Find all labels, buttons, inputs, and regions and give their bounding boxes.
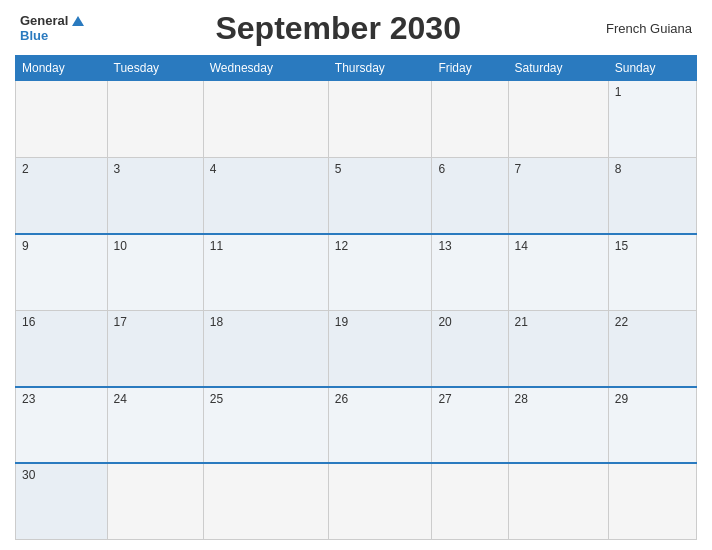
day-number: 22 [615, 315, 628, 329]
calendar-row: 1 [16, 81, 697, 158]
calendar-cell [432, 463, 508, 540]
calendar-cell [328, 81, 432, 158]
calendar-cell [328, 463, 432, 540]
calendar-cell [107, 81, 203, 158]
calendar-table: MondayTuesdayWednesdayThursdayFridaySatu… [15, 55, 697, 540]
day-number: 28 [515, 392, 528, 406]
calendar-cell: 10 [107, 234, 203, 311]
day-number: 1 [615, 85, 622, 99]
calendar-cell: 25 [203, 387, 328, 464]
calendar-cell: 8 [608, 157, 696, 234]
day-number: 21 [515, 315, 528, 329]
logo-triangle-icon [72, 16, 84, 26]
region-label: French Guiana [592, 21, 692, 36]
day-number: 10 [114, 239, 127, 253]
calendar-cell: 2 [16, 157, 108, 234]
logo-blue-text: Blue [20, 29, 48, 43]
day-number: 7 [515, 162, 522, 176]
calendar-cell: 11 [203, 234, 328, 311]
calendar-cell [107, 463, 203, 540]
calendar-cell: 26 [328, 387, 432, 464]
calendar-cell: 12 [328, 234, 432, 311]
day-number: 17 [114, 315, 127, 329]
day-number: 15 [615, 239, 628, 253]
header-row: MondayTuesdayWednesdayThursdayFridaySatu… [16, 56, 697, 81]
day-number: 13 [438, 239, 451, 253]
calendar-row: 30 [16, 463, 697, 540]
col-header-saturday: Saturday [508, 56, 608, 81]
calendar-row: 16171819202122 [16, 310, 697, 387]
logo: General Blue [20, 14, 84, 43]
calendar-cell [203, 81, 328, 158]
day-number: 3 [114, 162, 121, 176]
calendar-cell: 21 [508, 310, 608, 387]
header: General Blue September 2030 French Guian… [15, 10, 697, 47]
col-header-tuesday: Tuesday [107, 56, 203, 81]
day-number: 24 [114, 392, 127, 406]
day-number: 29 [615, 392, 628, 406]
calendar-cell [508, 463, 608, 540]
calendar-cell: 3 [107, 157, 203, 234]
col-header-thursday: Thursday [328, 56, 432, 81]
calendar-cell [432, 81, 508, 158]
calendar-cell: 15 [608, 234, 696, 311]
col-header-friday: Friday [432, 56, 508, 81]
day-number: 9 [22, 239, 29, 253]
calendar-row: 2345678 [16, 157, 697, 234]
calendar-row: 23242526272829 [16, 387, 697, 464]
calendar-cell: 4 [203, 157, 328, 234]
calendar-cell: 14 [508, 234, 608, 311]
day-number: 18 [210, 315, 223, 329]
logo-general-text: General [20, 14, 68, 28]
calendar-cell: 6 [432, 157, 508, 234]
day-number: 5 [335, 162, 342, 176]
day-number: 20 [438, 315, 451, 329]
day-number: 27 [438, 392, 451, 406]
calendar-cell [203, 463, 328, 540]
day-number: 25 [210, 392, 223, 406]
calendar-title: September 2030 [84, 10, 592, 47]
day-number: 26 [335, 392, 348, 406]
day-number: 6 [438, 162, 445, 176]
calendar-cell: 9 [16, 234, 108, 311]
col-header-sunday: Sunday [608, 56, 696, 81]
calendar-cell: 16 [16, 310, 108, 387]
calendar-cell: 20 [432, 310, 508, 387]
calendar-cell [508, 81, 608, 158]
calendar-cell: 23 [16, 387, 108, 464]
calendar-cell: 18 [203, 310, 328, 387]
calendar-cell [16, 81, 108, 158]
calendar-cell: 24 [107, 387, 203, 464]
col-header-monday: Monday [16, 56, 108, 81]
calendar-cell: 28 [508, 387, 608, 464]
day-number: 14 [515, 239, 528, 253]
calendar-cell: 5 [328, 157, 432, 234]
day-number: 2 [22, 162, 29, 176]
calendar-cell: 17 [107, 310, 203, 387]
calendar-cell: 27 [432, 387, 508, 464]
calendar-cell: 19 [328, 310, 432, 387]
day-number: 16 [22, 315, 35, 329]
day-number: 11 [210, 239, 223, 253]
calendar-row: 9101112131415 [16, 234, 697, 311]
calendar-wrapper: General Blue September 2030 French Guian… [0, 0, 712, 550]
calendar-cell: 30 [16, 463, 108, 540]
day-number: 4 [210, 162, 217, 176]
calendar-cell: 22 [608, 310, 696, 387]
calendar-cell [608, 463, 696, 540]
calendar-cell: 29 [608, 387, 696, 464]
day-number: 12 [335, 239, 348, 253]
day-number: 30 [22, 468, 35, 482]
day-number: 23 [22, 392, 35, 406]
calendar-cell: 7 [508, 157, 608, 234]
day-number: 8 [615, 162, 622, 176]
calendar-cell: 13 [432, 234, 508, 311]
day-number: 19 [335, 315, 348, 329]
col-header-wednesday: Wednesday [203, 56, 328, 81]
calendar-cell: 1 [608, 81, 696, 158]
